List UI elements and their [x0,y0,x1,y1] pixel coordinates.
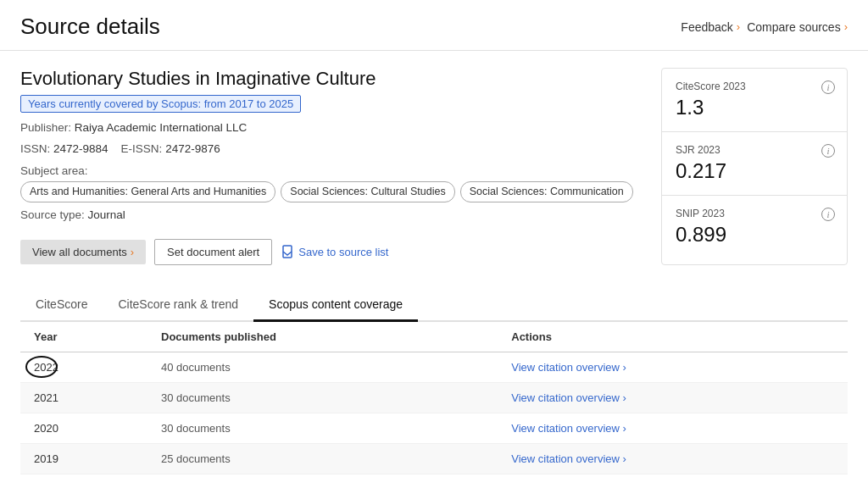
snip-card: SNIP 2023 0.899 i [662,196,847,258]
view-all-chevron-icon: › [131,246,134,258]
docs-cell-2020: 30 documents [147,413,498,443]
subject-area-row: Subject area: Arts and Humanities: Gener… [20,163,644,202]
view-citation-link-2020[interactable]: View citation overview › [511,422,626,435]
subject-area-label: Subject area: [20,164,88,177]
eissn-value: 2472-9876 [165,142,220,155]
header-actions: Feedback › Compare sources › [681,20,848,34]
circle-annotation [25,356,58,378]
metrics-panel: CiteScore 2023 1.3 i SJR 2023 0.217 i SN… [661,68,848,265]
publisher-row: Publisher: Raiya Academic International … [20,119,644,136]
docs-cell-2022: 40 documents [147,352,498,382]
tab-citescore-rank[interactable]: CiteScore rank & trend [103,289,253,322]
action-buttons: View all documents › Set document alert … [20,239,644,265]
docs-cell-2021: 30 documents [147,382,498,413]
set-alert-button[interactable]: Set document alert [154,239,272,265]
citescore-value: 1.3 [676,96,833,119]
col-year: Year [20,322,147,352]
table-header-row: Year Documents published Actions [20,322,848,352]
subject-tag-2[interactable]: Social Sciences: Communication [460,181,633,202]
col-docs: Documents published [147,322,498,352]
table-row: 2019 25 documents View citation overview… [20,443,848,474]
source-type-row: Source type: Journal [20,207,644,224]
tabs-row: CiteScore CiteScore rank & trend Scopus … [20,289,848,322]
snip-value: 0.899 [676,223,833,247]
documents-table: Year Documents published Actions 2022 40… [20,322,848,474]
table-row: 2021 30 documents View citation overview… [20,382,848,413]
source-type-label: Source type: [20,208,85,221]
snip-info-icon[interactable]: i [821,208,835,221]
sjr-info-icon[interactable]: i [821,144,835,158]
view-all-docs-button[interactable]: View all documents › [20,240,146,264]
feedback-link[interactable]: Feedback › [681,20,740,34]
tab-scopus-coverage[interactable]: Scopus content coverage [253,289,418,322]
snip-label: SNIP 2023 [676,208,833,219]
table-row: 2020 30 documents View citation overview… [20,413,848,443]
left-panel: Evolutionary Studies in Imaginative Cult… [20,68,644,265]
compare-sources-link[interactable]: Compare sources › [747,20,848,34]
action-cell-2019: View citation overview › [498,443,848,474]
view-all-docs-label: View all documents [32,246,127,258]
issn-row: ISSN: 2472-9884 E-ISSN: 2472-9876 [20,141,644,158]
col-actions: Actions [498,322,848,352]
sjr-value: 0.217 [676,159,833,183]
compare-label: Compare sources [747,20,841,34]
view-citation-link-2021[interactable]: View citation overview › [511,391,626,404]
source-title: Evolutionary Studies in Imaginative Cult… [20,68,644,90]
source-type-value: Journal [88,208,125,221]
coverage-badge: Years currently covered by Scopus: from … [20,95,301,113]
view-citation-link-2022[interactable]: View citation overview › [511,361,626,374]
year-cell-2021: 2021 [20,382,147,413]
tab-citescore[interactable]: CiteScore [20,289,103,322]
save-to-list-label: Save to source list [298,246,388,258]
sjr-label: SJR 2023 [676,144,833,156]
main-layout: Evolutionary Studies in Imaginative Cult… [0,51,868,265]
year-cell-2020: 2020 [20,413,147,443]
feedback-label: Feedback [681,20,732,34]
action-cell-2021: View citation overview › [498,382,848,413]
page-title: Source details [20,14,160,40]
citescore-card: CiteScore 2023 1.3 i [662,69,847,132]
publisher-value: Raiya Academic International LLC [75,121,247,134]
subject-tag-1[interactable]: Social Sciences: Cultural Studies [281,181,454,202]
year-cell-2019: 2019 [20,443,147,474]
table-row: 2022 40 documents View citation overview… [20,352,848,382]
year-cell-2022: 2022 [20,352,147,382]
tabs-section: CiteScore CiteScore rank & trend Scopus … [0,289,868,322]
action-cell-2020: View citation overview › [498,413,848,443]
table-container: Year Documents published Actions 2022 40… [0,322,868,474]
header: Source details Feedback › Compare source… [0,0,868,51]
issn-label: ISSN: [20,142,50,155]
issn-value: 2472-9884 [53,142,108,155]
bookmark-icon [281,245,294,258]
view-citation-link-2019[interactable]: View citation overview › [511,452,626,465]
save-to-list-link[interactable]: Save to source list [281,245,388,258]
citescore-info-icon[interactable]: i [821,80,835,94]
publisher-label: Publisher: [20,121,71,134]
eissn-label: E-ISSN: [121,142,163,155]
compare-chevron-icon: › [844,20,848,33]
docs-cell-2019: 25 documents [147,443,498,474]
feedback-chevron-icon: › [737,20,740,33]
citescore-label: CiteScore 2023 [676,80,833,92]
subject-tag-0[interactable]: Arts and Humanities: General Arts and Hu… [20,181,275,202]
subject-tags: Arts and Humanities: General Arts and Hu… [20,181,644,202]
action-cell-2022: View citation overview › [498,352,848,382]
sjr-card: SJR 2023 0.217 i [662,132,847,196]
set-alert-label: Set document alert [167,246,259,258]
